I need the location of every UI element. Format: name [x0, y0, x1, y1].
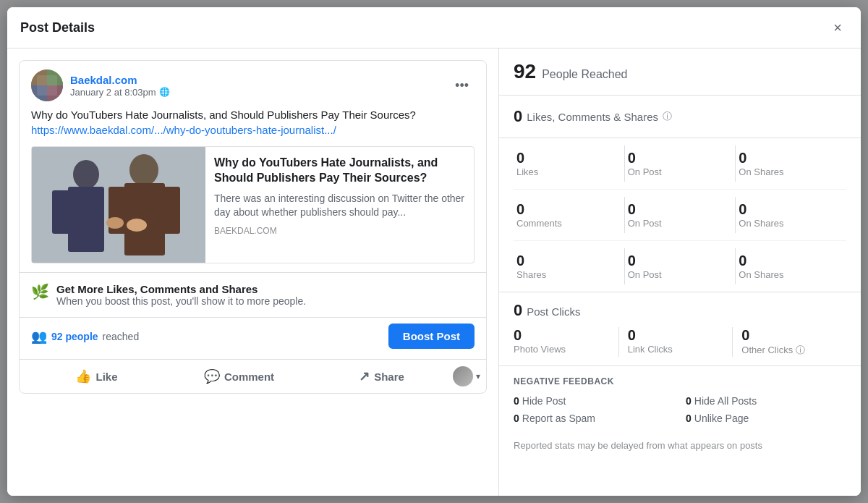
other-clicks-info-icon[interactable]: ⓘ	[796, 345, 805, 355]
svg-rect-13	[162, 187, 180, 234]
boost-promo-text: Get More Likes, Comments and Shares When…	[56, 283, 306, 307]
photo-views-count: 0	[514, 327, 610, 344]
hide-all-posts-label: Hide All Posts	[694, 395, 757, 407]
modal-title: Post Details	[20, 20, 95, 35]
negative-feedback-section: NEGATIVE FEEDBACK 0 Hide Post 0 Hide All…	[499, 366, 861, 434]
boost-promo: 🌿 Get More Likes, Comments and Shares Wh…	[20, 272, 486, 317]
post-text-before-link: Why do YouTubers Hate Journalists, and S…	[31, 109, 416, 121]
lcs-row: 0 Likes, Comments & Shares ⓘ	[514, 107, 846, 126]
post-card: Baekdal.com January 2 at 8:03pm 🌐 ••• Wh…	[19, 60, 487, 394]
shares-on-post-count: 0	[628, 253, 724, 269]
link-clicks-label: Link Clicks	[628, 344, 724, 355]
shares-count: 0	[516, 253, 613, 269]
comments-cell: 0 Comments	[514, 197, 625, 233]
likes-on-post-count: 0	[628, 150, 724, 166]
hide-post-label: Hide Post	[522, 395, 566, 407]
link-clicks-count: 0	[628, 327, 724, 344]
likes-on-post-cell: 0 On Post	[625, 145, 736, 182]
shares-on-post-label: On Post	[628, 269, 724, 280]
negative-feedback-title: NEGATIVE FEEDBACK	[514, 376, 846, 386]
shares-label: Shares	[516, 269, 613, 280]
post-header: Baekdal.com January 2 at 8:03pm 🌐 •••	[20, 61, 486, 107]
svg-rect-4	[37, 75, 57, 96]
reach-label: reached	[103, 331, 140, 342]
likes-cell: 0 Likes	[514, 145, 625, 182]
hide-post-item: 0 Hide Post	[514, 395, 674, 407]
like-button[interactable]: 👍 Like	[25, 363, 168, 390]
svg-point-15	[127, 219, 147, 232]
svg-point-6	[73, 160, 99, 189]
chevron-down-icon[interactable]: ▾	[476, 371, 480, 381]
boost-post-button[interactable]: Boost Post	[388, 324, 475, 349]
comment-icon: 💬	[204, 368, 220, 384]
page-name[interactable]: Baekdal.com	[70, 74, 170, 87]
svg-point-10	[129, 154, 158, 186]
delayed-note: Reported stats may be delayed from what …	[499, 434, 861, 461]
share-icon: ↗	[359, 368, 370, 384]
shares-on-shares-label: On Shares	[739, 269, 835, 280]
shares-on-post-cell: 0 On Post	[625, 248, 736, 284]
stats-panel: 92 People Reached 0 Likes, Comments & Sh…	[499, 48, 861, 496]
svg-rect-11	[124, 183, 165, 255]
boost-promo-title: Get More Likes, Comments and Shares	[56, 283, 306, 295]
link-preview-description: There was an interesting discussion on T…	[214, 192, 465, 220]
post-meta: January 2 at 8:03pm 🌐	[70, 87, 170, 98]
svg-point-14	[106, 217, 124, 229]
article-thumbnail	[32, 147, 205, 263]
reach-section: 👥 92 people reached Boost Post	[20, 317, 486, 359]
unlike-page-count: 0	[686, 413, 692, 424]
likes-label: Likes	[516, 166, 613, 177]
link-preview-image	[32, 147, 205, 263]
svg-rect-9	[84, 190, 102, 234]
comments-label: Comments	[516, 218, 613, 229]
likes-on-shares-cell: 0 On Shares	[736, 145, 846, 182]
shares-cell: 0 Shares	[514, 248, 625, 284]
share-button[interactable]: ↗ Share	[310, 363, 453, 390]
link-clicks-cell: 0 Link Clicks	[628, 327, 733, 357]
report-spam-label: Report as Spam	[522, 413, 595, 424]
reach-info: 👥 92 people reached	[31, 329, 139, 345]
likes-count: 0	[516, 150, 613, 166]
comments-on-shares-label: On Shares	[739, 218, 835, 229]
lcs-label: Likes, Comments & Shares	[527, 111, 658, 123]
close-button[interactable]: ×	[827, 17, 848, 38]
modal-header: Post Details ×	[7, 7, 861, 48]
comments-row: 0 Comments 0 On Post 0 On Shares	[514, 190, 846, 241]
post-header-left: Baekdal.com January 2 at 8:03pm 🌐	[31, 69, 170, 101]
post-clicks-label: Post Clicks	[527, 305, 580, 318]
shares-on-shares-count: 0	[739, 253, 835, 269]
photo-views-cell: 0 Photo Views	[514, 327, 619, 357]
likes-row: 0 Likes 0 On Post 0 On Shares	[514, 138, 846, 190]
photo-views-label: Photo Views	[514, 344, 610, 355]
post-link[interactable]: https://www.baekdal.com/.../why-do-youtu…	[31, 124, 336, 136]
likes-on-shares-count: 0	[739, 150, 835, 166]
comments-count: 0	[516, 201, 613, 218]
people-reached: 92 People Reached	[514, 60, 846, 83]
report-spam-count: 0	[514, 413, 519, 424]
likes-on-shares-label: On Shares	[739, 166, 835, 177]
post-details-modal: Post Details ×	[7, 7, 861, 496]
profile-avatar	[453, 366, 473, 386]
people-reached-section: 92 People Reached	[499, 48, 861, 96]
link-preview-card[interactable]: Why do YouTubers Hate Journalists, and S…	[31, 146, 475, 263]
unlike-page-item: 0 Unlike Page	[686, 413, 846, 424]
comment-button[interactable]: 💬 Comment	[168, 363, 310, 390]
profile-actions: ▾	[453, 366, 480, 386]
hide-all-posts-item: 0 Hide All Posts	[686, 395, 846, 407]
more-options-button[interactable]: •••	[449, 75, 475, 96]
lcs-section: 0 Likes, Comments & Shares ⓘ	[499, 96, 861, 138]
post-clicks-count: 0	[514, 301, 522, 320]
avatar-image	[31, 69, 63, 101]
post-date: January 2 at 8:03pm	[70, 87, 156, 98]
post-actions: 👍 Like 💬 Comment ↗ Share	[20, 359, 486, 393]
avatar	[31, 69, 63, 101]
modal-body: Baekdal.com January 2 at 8:03pm 🌐 ••• Wh…	[7, 48, 861, 496]
post-panel: Baekdal.com January 2 at 8:03pm 🌐 ••• Wh…	[7, 48, 499, 496]
info-icon[interactable]: ⓘ	[663, 110, 672, 123]
lcs-count: 0	[514, 107, 522, 126]
people-icon: 👥	[31, 329, 47, 345]
link-preview-content: Why do YouTubers Hate Journalists, and S…	[205, 147, 474, 263]
negative-feedback-grid: 0 Hide Post 0 Hide All Posts 0 Report as…	[514, 395, 846, 424]
other-clicks-count: 0	[741, 327, 838, 344]
post-clicks-header: 0 Post Clicks	[514, 301, 846, 320]
